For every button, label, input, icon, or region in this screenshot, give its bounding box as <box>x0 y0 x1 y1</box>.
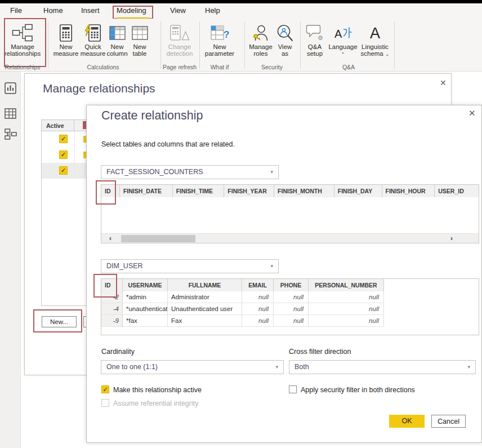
horizontal-scrollbar[interactable]: ‹ › <box>101 233 479 243</box>
language-icon: A <box>328 22 358 43</box>
annotation-new-button <box>33 309 82 332</box>
group-page-refresh: Page refresh <box>162 64 197 70</box>
new-measure-button[interactable]: New measure <box>53 19 79 63</box>
new-table-button[interactable]: New table <box>128 19 151 63</box>
language-button[interactable]: A Language ⌄ <box>328 19 358 63</box>
menu-view[interactable]: View <box>170 3 186 18</box>
close-icon[interactable]: ✕ <box>440 78 447 87</box>
active-checkbox[interactable]: ✓ <box>59 135 68 143</box>
column-header[interactable]: FINISH_YEAR <box>224 185 274 197</box>
group-relationships: Relationships <box>2 64 43 70</box>
scroll-right-icon[interactable]: › <box>450 234 453 243</box>
column-header[interactable]: FINISH_DATE <box>120 185 173 197</box>
quick-measure-icon <box>79 22 107 43</box>
menu-help[interactable]: Help <box>205 3 220 18</box>
ribbon-separator <box>300 21 301 69</box>
person-key-icon <box>248 22 274 43</box>
from-table-header-row: ID FINISH_DATE FINISH_TIME FINISH_YEAR F… <box>101 185 479 197</box>
ribbon-separator <box>394 21 395 69</box>
column-header[interactable]: FINISH_DAY <box>334 185 382 197</box>
active-checkbox[interactable]: ✓ <box>59 166 68 175</box>
svg-text:?: ? <box>224 29 229 40</box>
cross-filter-dropdown[interactable]: Both ▾ <box>289 360 476 374</box>
column-header[interactable]: FINISH_TIME <box>173 185 225 197</box>
svg-text:A: A <box>334 28 342 39</box>
ok-button[interactable]: OK <box>389 415 425 428</box>
cross-filter-label: Cross filter direction <box>289 348 351 356</box>
close-icon[interactable]: ✕ <box>468 108 476 118</box>
ribbon-separator <box>199 21 200 69</box>
column-header[interactable]: USERNAME <box>123 279 168 291</box>
dialog-subtitle: Select tables and columns that are relat… <box>101 140 235 148</box>
powerbi-window: File Home Insert Modeling View Help Mana… <box>0 0 482 448</box>
column-header[interactable]: PERSONAL_NUMBER <box>309 279 384 291</box>
annotation-from-id-column <box>96 180 116 205</box>
security-filter-label: Apply security filter in both directions <box>301 386 415 394</box>
linguistic-schema-button[interactable]: A Linguistic schema ⌄ <box>359 19 391 63</box>
svg-text:⚙: ⚙ <box>318 34 323 41</box>
manage-roles-button[interactable]: Manage roles <box>248 19 274 63</box>
manage-relationships-button[interactable]: Manage relationships <box>2 19 43 63</box>
report-view-icon[interactable] <box>5 82 16 96</box>
to-table-preview: ID USERNAME FULLNAME EMAIL PHONE PERSONA… <box>101 278 479 335</box>
speech-bubble-gear-icon: ⚙ <box>304 22 326 43</box>
linguistic-schema-icon: A <box>359 22 391 43</box>
table-row[interactable]: -9 *fax Fax null null null <box>101 315 384 327</box>
menu-bar: File Home Insert Modeling View Help <box>0 3 482 19</box>
create-relationship-dialog: Create relationship ✕ Select tables and … <box>86 105 482 443</box>
scrollbar-thumb[interactable] <box>121 235 195 242</box>
security-filter-checkbox[interactable] <box>289 385 297 393</box>
make-active-label: Make this relationship active <box>113 386 202 394</box>
scroll-left-icon[interactable]: ‹ <box>109 234 111 243</box>
chevron-down-icon[interactable]: ⌄ <box>328 50 358 54</box>
menu-home[interactable]: Home <box>43 3 63 18</box>
menu-file[interactable]: File <box>10 3 22 18</box>
chevron-down-icon[interactable]: ⌄ <box>385 51 390 57</box>
column-header[interactable]: EMAIL <box>242 279 274 291</box>
cardinality-dropdown[interactable]: One to one (1:1) ▾ <box>101 360 284 374</box>
view-as-button[interactable]: View as <box>275 19 295 63</box>
manage-dialog-title: Manage relationships <box>43 82 155 95</box>
qa-setup-button[interactable]: ⚙ Q&A setup <box>304 19 326 63</box>
column-header[interactable]: PHONE <box>274 279 309 291</box>
chevron-down-icon: ▾ <box>270 166 273 179</box>
column-header[interactable]: USER_ID <box>435 185 479 197</box>
quick-measure-button[interactable]: Quick measure <box>79 19 107 63</box>
annotation-manage-relationships <box>4 18 46 67</box>
table-icon <box>128 22 151 43</box>
referential-integrity-checkbox <box>101 399 109 407</box>
create-dialog-title: Create relationship <box>101 109 203 123</box>
to-table-dropdown[interactable]: DIM_USER ▾ <box>101 259 279 273</box>
calculator-icon <box>53 22 79 43</box>
new-parameter-button[interactable]: ? New parameter <box>204 19 235 63</box>
ribbon-separator <box>244 21 245 69</box>
from-table-body <box>101 197 479 233</box>
table-row[interactable]: -4 *unauthenticated Unauthenticated user… <box>101 303 384 315</box>
group-qa: Q&A <box>304 64 393 70</box>
cardinality-label: Cardinality <box>101 348 135 356</box>
group-calculations: Calculations <box>53 64 153 70</box>
column-header[interactable]: FINISH_MONTH <box>274 185 334 197</box>
referential-integrity-label: Assume referential integrity <box>113 400 198 407</box>
data-view-icon[interactable] <box>5 108 16 121</box>
new-column-button[interactable]: New column <box>105 19 130 63</box>
svg-text:A: A <box>370 25 380 41</box>
model-view-icon[interactable] <box>5 128 17 142</box>
active-checkbox[interactable]: ✓ <box>59 150 68 159</box>
chevron-down-icon: ▾ <box>275 361 278 374</box>
from-table-dropdown[interactable]: FACT_SESSION_COUNTERS ▾ <box>101 165 279 179</box>
magnifier-person-icon <box>275 22 295 43</box>
make-active-checkbox[interactable]: ✓ <box>101 385 109 393</box>
to-table-header-row: ID USERNAME FULLNAME EMAIL PHONE PERSONA… <box>101 279 384 291</box>
menu-insert[interactable]: Insert <box>81 3 100 18</box>
table-row[interactable]: -2 *admin Administrator null null null <box>101 291 384 303</box>
change-detection-icon <box>164 22 195 43</box>
column-header[interactable]: FINISH_HOUR <box>382 185 435 197</box>
ribbon: Manage relationships New measure <box>0 19 482 72</box>
chevron-down-icon: ▾ <box>467 361 470 374</box>
annotation-to-id-column <box>93 274 117 298</box>
cancel-button[interactable]: Cancel <box>431 415 466 428</box>
table-column-icon <box>105 22 130 43</box>
column-header[interactable]: FULLNAME <box>168 279 242 291</box>
menu-modeling[interactable]: Modeling <box>117 3 146 18</box>
